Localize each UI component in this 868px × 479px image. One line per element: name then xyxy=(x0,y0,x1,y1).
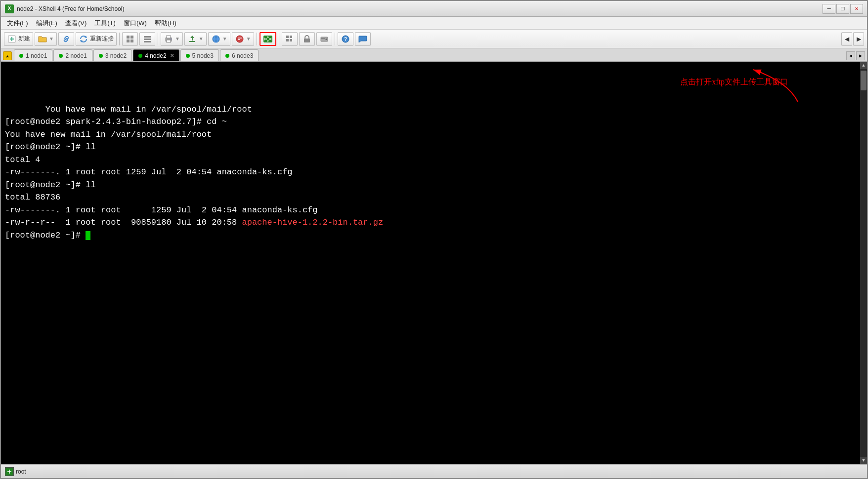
menu-tools[interactable]: 工具(T) xyxy=(90,18,120,29)
tab-label: 3 node2 xyxy=(105,52,127,59)
svg-rect-5 xyxy=(127,36,130,39)
scroll-up-arrow[interactable]: ▲ xyxy=(860,62,867,69)
tab-label: 2 node1 xyxy=(65,52,87,59)
statusbar: root xyxy=(1,464,867,478)
titlebar: X node2 - XShell 4 (Free for Home/School… xyxy=(1,1,867,17)
toolbar-separator-4 xyxy=(279,33,279,45)
tab-close-button[interactable]: ✕ xyxy=(170,53,174,58)
svg-rect-9 xyxy=(144,36,151,38)
terminal[interactable]: You have new mail in /var/spool/mail/roo… xyxy=(1,62,867,464)
link-button[interactable] xyxy=(58,32,74,46)
window-title: node2 - XShell 4 (Free for Home/School) xyxy=(17,5,823,12)
close-button[interactable]: ✕ xyxy=(850,4,863,14)
line-10-prefix: -rw-r--r-- 1 root root 90859180 Jul 10 2… xyxy=(5,218,242,227)
line-2: [root@node2 spark-2.4.3-bin-hadoop2.7]# … xyxy=(5,117,227,126)
compose-button[interactable]: ▼ xyxy=(232,32,254,46)
svg-rect-17 xyxy=(189,41,195,42)
new-label: 新建 xyxy=(18,35,30,43)
print-dropdown: ▼ xyxy=(175,36,180,41)
terminal-content: You have new mail in /var/spool/mail/roo… xyxy=(5,90,863,464)
dropdown-arrow: ▼ xyxy=(49,36,54,41)
view2-icon xyxy=(142,34,152,44)
app-icon: X xyxy=(5,4,14,13)
line-7: [root@node2 ~]# ll xyxy=(5,180,96,190)
tab-5-node3[interactable]: 5 node3 xyxy=(180,49,219,61)
tab-6-node3[interactable]: 6 node3 xyxy=(220,49,259,61)
tab-4-node2[interactable]: 4 node2 ✕ xyxy=(133,49,179,61)
tab-dot xyxy=(225,54,229,58)
tab-dot xyxy=(99,54,103,58)
tab-nav-arrows: ◀ ▶ xyxy=(846,51,867,60)
line-11-prompt: [root@node2 ~]# xyxy=(5,231,86,240)
sftp-drive-button[interactable] xyxy=(316,32,332,46)
tab-next-button[interactable]: ▶ xyxy=(853,32,864,46)
tab-label: 1 node1 xyxy=(26,52,47,59)
menu-edit[interactable]: 编辑(E) xyxy=(32,18,61,29)
new-button[interactable]: 新建 xyxy=(4,32,33,46)
tabs-bar: ★ 1 node1 2 node1 3 node2 4 node2 ✕ 5 no… xyxy=(1,48,867,62)
scrollbar[interactable]: ▲ ▼ xyxy=(860,62,867,464)
minimize-button[interactable]: ─ xyxy=(823,4,835,14)
help-icon: ? xyxy=(341,34,350,44)
line-9: -rw-------. 1 root root 1259 Jul 2 04:54… xyxy=(5,205,318,215)
xftp-button[interactable] xyxy=(260,32,276,46)
svg-rect-28 xyxy=(290,39,292,41)
menubar: 文件(F) 编辑(E) 查看(V) 工具(T) 窗口(W) 帮助(H) xyxy=(1,17,867,30)
chat-icon xyxy=(358,34,368,44)
view2-button[interactable] xyxy=(139,32,155,46)
xftp-icon xyxy=(263,34,273,44)
tab-scroll-left[interactable]: ◀ xyxy=(846,51,855,60)
reconnect-button[interactable]: 重新连接 xyxy=(76,32,117,46)
upload-button[interactable]: ▼ xyxy=(184,32,207,46)
tab-prev-button[interactable]: ◀ xyxy=(841,32,852,46)
compose-dropdown: ▼ xyxy=(246,36,251,41)
link-icon xyxy=(61,34,71,44)
lock-button[interactable] xyxy=(299,32,315,46)
tab-2-node1[interactable]: 2 node1 xyxy=(53,49,92,61)
scroll-down-arrow[interactable]: ▼ xyxy=(860,457,867,464)
upload-dropdown: ▼ xyxy=(199,36,204,41)
reconnect-label: 重新连接 xyxy=(90,35,114,43)
tab-label: 6 node3 xyxy=(232,52,253,59)
tab-3-node2[interactable]: 3 node2 xyxy=(93,49,132,61)
print-button[interactable]: ▼ xyxy=(161,32,183,46)
svg-point-15 xyxy=(171,39,172,40)
maximize-button[interactable]: □ xyxy=(836,4,849,14)
help-button[interactable]: ? xyxy=(338,32,353,46)
grid-button[interactable] xyxy=(282,32,298,46)
svg-rect-25 xyxy=(286,36,289,38)
toolbar-separator-1 xyxy=(119,33,120,45)
menu-file[interactable]: 文件(F) xyxy=(3,18,32,29)
line-8: total 88736 xyxy=(5,193,60,202)
svg-rect-24 xyxy=(267,38,269,40)
line-1: You have new mail in /var/spool/mail/roo… xyxy=(45,105,252,114)
menu-view[interactable]: 查看(V) xyxy=(61,18,90,29)
view1-button[interactable] xyxy=(122,32,138,46)
open-folder-button[interactable]: ▼ xyxy=(35,32,57,46)
menu-window[interactable]: 窗口(W) xyxy=(120,18,151,29)
tab-scroll-right[interactable]: ▶ xyxy=(856,51,865,60)
svg-rect-8 xyxy=(130,40,133,42)
menu-help[interactable]: 帮助(H) xyxy=(151,18,180,29)
scroll-thumb[interactable] xyxy=(861,71,867,90)
terminal-area: You have new mail in /var/spool/mail/roo… xyxy=(1,62,867,464)
window-controls: ─ □ ✕ xyxy=(823,4,863,14)
chat-button[interactable] xyxy=(355,32,371,46)
toolbar-right: ◀ ▶ xyxy=(841,32,864,46)
tab-label: 4 node2 xyxy=(145,52,166,59)
status-session: root xyxy=(5,467,26,476)
line-6: -rw-------. 1 root root 1259 Jul 2 04:54… xyxy=(5,167,293,177)
annotation-text: 点击打开xftp文件上传工具窗口 xyxy=(680,76,788,88)
svg-rect-27 xyxy=(286,39,289,41)
tab-1-node1[interactable]: 1 node1 xyxy=(14,49,52,61)
svg-rect-14 xyxy=(167,40,171,42)
toolbar-separator-3 xyxy=(257,33,257,45)
session-star: ★ xyxy=(3,51,12,60)
cursor xyxy=(86,231,90,240)
svg-rect-26 xyxy=(290,36,292,38)
line-10-filename: apache-hive-1.2.2-bin.tar.gz xyxy=(242,218,383,227)
globe-button[interactable]: ▼ xyxy=(208,32,230,46)
tab-dot xyxy=(19,54,23,58)
status-session-label: root xyxy=(16,468,26,475)
toolbar: 新建 ▼ 重新连接 xyxy=(1,30,867,48)
